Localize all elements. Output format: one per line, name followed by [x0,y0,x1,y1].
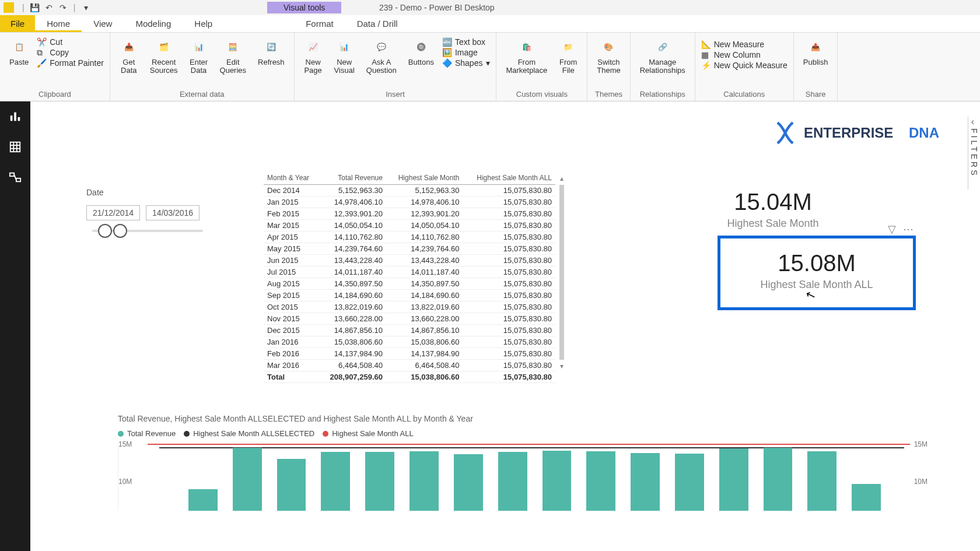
cut-button[interactable]: ✂️Cut [37,37,104,47]
table-row[interactable]: Jan 201615,038,806.6015,038,806.6015,075… [264,336,555,348]
table-header[interactable]: Month & Year [264,171,319,185]
new-column-button[interactable]: ▦New Column [701,50,788,59]
from-marketplace-button[interactable]: 🛍️From Marketplace [502,35,551,78]
table-header[interactable]: Total Revenue [319,171,386,185]
table-row[interactable]: Aug 201514,350,897.5014,350,897.5015,075… [264,278,555,290]
tab-home[interactable]: Home [35,15,82,32]
table-row[interactable]: Mar 201514,050,054.1014,050,054.1015,075… [264,220,555,231]
new-page-button[interactable]: 📈New Page [300,35,326,78]
date-slicer[interactable]: Date 21/12/2014 14/03/2016 [86,188,215,232]
table-scrollbar[interactable]: ▴ ▾ [558,174,565,390]
new-visual-button[interactable]: 📊New Visual [331,35,358,78]
redo-button[interactable]: ↷ [57,2,69,13]
chart-bar[interactable] [631,453,660,511]
scroll-thumb[interactable] [559,185,564,360]
table-header[interactable]: Highest Sale Month [386,171,463,185]
model-view-icon[interactable] [6,168,24,187]
filter-icon[interactable]: ▽ [888,223,896,236]
save-button[interactable]: 💾 [29,2,41,13]
ask-question-label: Ask A Question [366,58,397,75]
legend-total-revenue[interactable]: Total Revenue [118,429,176,438]
card-highest-sale-month[interactable]: 15.04M Highest Sale Month [677,189,869,230]
chart-bar[interactable] [586,451,615,511]
table-row[interactable]: Dec 20145,152,963.305,152,963.3015,075,8… [264,185,555,196]
legend-allselected[interactable]: Highest Sale Month ALLSELECTED [184,429,314,438]
new-measure-button[interactable]: 📐New Measure [701,40,788,49]
table-row[interactable]: Feb 201512,393,901.2012,393,901.2015,075… [264,208,555,220]
chart-bar[interactable] [807,451,836,511]
table-row[interactable]: Oct 201513,822,019.6013,822,019.6015,075… [264,301,555,313]
enter-data-button[interactable]: 📊Enter Data [186,35,212,78]
tab-format[interactable]: Format [294,15,345,32]
slicer-track[interactable] [92,230,203,232]
slicer-thumb-left[interactable] [98,224,112,238]
contextual-tab-visual-tools[interactable]: Visual tools [267,2,341,13]
chart-bar[interactable] [675,454,704,511]
chart-bar[interactable] [233,448,262,511]
more-options-icon[interactable]: ⋯ [903,223,914,236]
chart-bar[interactable] [454,454,483,511]
paste-label: Paste [9,58,29,66]
recent-sources-button[interactable]: 🗂️Recent Sources [146,35,181,78]
table-row[interactable]: Dec 201514,867,856.1014,867,856.1015,075… [264,325,555,336]
slicer-to-value[interactable]: 14/03/2016 [146,205,200,220]
table-row[interactable]: Jan 201514,978,406.1014,978,406.1015,075… [264,196,555,208]
scroll-down-icon[interactable]: ▾ [558,362,565,370]
format-painter-button[interactable]: 🖌️Format Painter [37,58,104,68]
slicer-thumb-right[interactable] [113,224,127,238]
chart-bar[interactable] [277,459,306,511]
combo-chart-visual[interactable]: Total Revenue, Highest Sale Month ALLSEL… [118,414,928,511]
chart-plot-area[interactable]: 15M 15M 10M 10M [118,444,928,511]
manage-relationships-label: Manage Relationships [640,58,685,75]
table-row[interactable]: Sep 201514,184,690.6014,184,690.6015,075… [264,290,555,301]
table-row[interactable]: May 201514,239,764.6014,239,764.6015,075… [264,243,555,255]
image-button[interactable]: 🖼️Image [442,48,490,57]
tab-help[interactable]: Help [183,15,224,32]
table-row[interactable]: Mar 20166,464,508.406,464,508.4015,075,8… [264,360,555,371]
table-row[interactable]: Jul 201514,011,187.4014,011,187.4015,075… [264,266,555,278]
table-row[interactable]: Feb 201614,137,984.9014,137,984.9015,075… [264,348,555,360]
report-canvas[interactable]: Date 21/12/2014 14/03/2016 Month & YearT… [30,101,963,551]
chart-bar[interactable] [365,452,394,511]
report-view-icon[interactable] [6,107,24,126]
from-file-button[interactable]: 📁From File [555,35,581,78]
table-row[interactable]: Jun 201513,443,228.4013,443,228.4015,075… [264,255,555,266]
chart-bar[interactable] [410,451,439,511]
textbox-button[interactable]: 🔤Text box [442,37,490,47]
filters-pane-collapsed[interactable]: FILTERS [968,117,980,189]
table-row[interactable]: Nov 201513,660,228.0013,660,228.0015,075… [264,313,555,325]
chart-bar[interactable] [188,489,218,511]
tab-modeling[interactable]: Modeling [124,15,183,32]
switch-theme-button[interactable]: 🎨Switch Theme [593,35,624,78]
tab-view[interactable]: View [82,15,124,32]
shapes-button[interactable]: 🔷Shapes ▾ [442,58,490,68]
tab-file[interactable]: File [0,15,35,32]
copy-button[interactable]: ⧉Copy [37,48,104,57]
buttons-button[interactable]: 🔘Buttons [405,35,438,69]
table-visual[interactable]: Month & YearTotal RevenueHighest Sale Mo… [264,171,555,383]
manage-relationships-button[interactable]: 🔗Manage Relationships [636,35,689,78]
edit-queries-button[interactable]: 🧮Edit Queries [216,35,250,78]
refresh-button[interactable]: 🔄Refresh [254,35,288,69]
get-data-button[interactable]: 📥Get Data [116,35,142,78]
tab-datadrill[interactable]: Data / Drill [345,15,410,32]
chart-bar[interactable] [719,448,748,511]
data-view-icon[interactable] [6,138,24,156]
new-quick-measure-button[interactable]: ⚡New Quick Measure [701,61,788,70]
publish-button[interactable]: 📤Publish [800,35,832,69]
table-row[interactable]: Apr 201514,110,762.8014,110,762.8015,075… [264,231,555,243]
chart-bar[interactable] [852,484,881,511]
card-highest-sale-month-all[interactable]: 15.08M Highest Sale Month ALL [718,236,916,310]
qat-customize[interactable]: ▾ [80,2,92,13]
paste-button[interactable]: 📋Paste [6,35,32,69]
chart-bar[interactable] [542,451,572,511]
chart-bar[interactable] [321,452,350,511]
ask-question-button[interactable]: 💬Ask A Question [363,35,400,78]
slicer-from-value[interactable]: 21/12/2014 [86,205,140,220]
chart-bar[interactable] [764,448,793,511]
table-header[interactable]: Highest Sale Month ALL [463,171,555,185]
scroll-up-icon[interactable]: ▴ [558,174,565,183]
chart-bar[interactable] [498,452,527,511]
undo-button[interactable]: ↶ [43,2,55,13]
legend-all[interactable]: Highest Sale Month ALL [323,429,413,438]
